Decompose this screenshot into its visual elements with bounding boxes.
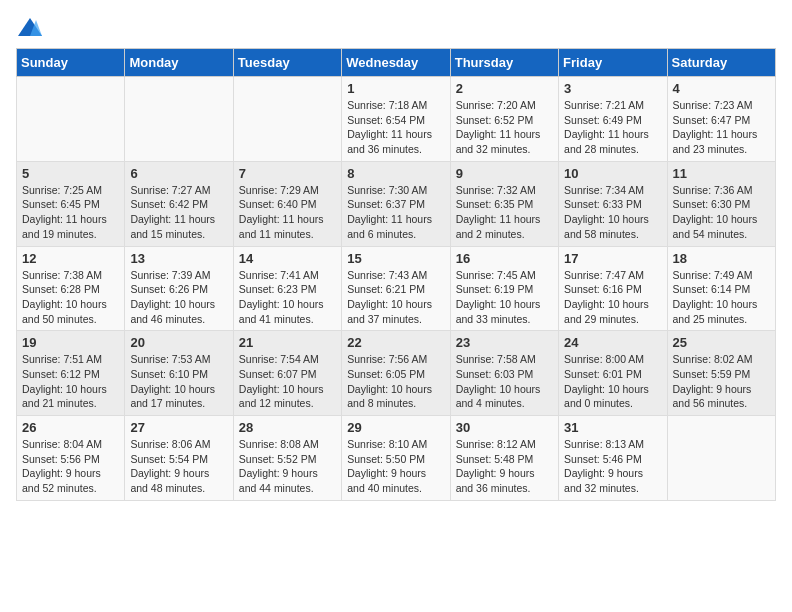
day-number: 23 [456, 335, 553, 350]
header-cell-sunday: Sunday [17, 49, 125, 77]
calendar-cell: 20Sunrise: 7:53 AM Sunset: 6:10 PM Dayli… [125, 331, 233, 416]
calendar-cell: 6Sunrise: 7:27 AM Sunset: 6:42 PM Daylig… [125, 161, 233, 246]
calendar-cell [125, 77, 233, 162]
day-info: Sunrise: 7:56 AM Sunset: 6:05 PM Dayligh… [347, 352, 444, 411]
day-number: 19 [22, 335, 119, 350]
calendar-table: SundayMondayTuesdayWednesdayThursdayFrid… [16, 48, 776, 501]
day-number: 26 [22, 420, 119, 435]
day-number: 11 [673, 166, 770, 181]
day-info: Sunrise: 7:38 AM Sunset: 6:28 PM Dayligh… [22, 268, 119, 327]
calendar-week-row: 12Sunrise: 7:38 AM Sunset: 6:28 PM Dayli… [17, 246, 776, 331]
day-info: Sunrise: 7:18 AM Sunset: 6:54 PM Dayligh… [347, 98, 444, 157]
day-info: Sunrise: 7:21 AM Sunset: 6:49 PM Dayligh… [564, 98, 661, 157]
calendar-cell: 23Sunrise: 7:58 AM Sunset: 6:03 PM Dayli… [450, 331, 558, 416]
calendar-cell: 28Sunrise: 8:08 AM Sunset: 5:52 PM Dayli… [233, 416, 341, 501]
day-number: 2 [456, 81, 553, 96]
calendar-cell: 31Sunrise: 8:13 AM Sunset: 5:46 PM Dayli… [559, 416, 667, 501]
calendar-cell: 13Sunrise: 7:39 AM Sunset: 6:26 PM Dayli… [125, 246, 233, 331]
day-number: 9 [456, 166, 553, 181]
calendar-body: 1Sunrise: 7:18 AM Sunset: 6:54 PM Daylig… [17, 77, 776, 501]
day-number: 30 [456, 420, 553, 435]
calendar-cell: 10Sunrise: 7:34 AM Sunset: 6:33 PM Dayli… [559, 161, 667, 246]
day-info: Sunrise: 7:58 AM Sunset: 6:03 PM Dayligh… [456, 352, 553, 411]
calendar-cell: 25Sunrise: 8:02 AM Sunset: 5:59 PM Dayli… [667, 331, 775, 416]
day-number: 17 [564, 251, 661, 266]
day-number: 22 [347, 335, 444, 350]
day-info: Sunrise: 8:12 AM Sunset: 5:48 PM Dayligh… [456, 437, 553, 496]
logo-icon [16, 16, 44, 40]
day-number: 10 [564, 166, 661, 181]
day-info: Sunrise: 8:10 AM Sunset: 5:50 PM Dayligh… [347, 437, 444, 496]
calendar-cell: 17Sunrise: 7:47 AM Sunset: 6:16 PM Dayli… [559, 246, 667, 331]
header-cell-tuesday: Tuesday [233, 49, 341, 77]
page-header [16, 16, 776, 40]
day-info: Sunrise: 7:53 AM Sunset: 6:10 PM Dayligh… [130, 352, 227, 411]
calendar-cell: 11Sunrise: 7:36 AM Sunset: 6:30 PM Dayli… [667, 161, 775, 246]
day-info: Sunrise: 7:45 AM Sunset: 6:19 PM Dayligh… [456, 268, 553, 327]
day-number: 8 [347, 166, 444, 181]
day-number: 5 [22, 166, 119, 181]
calendar-cell: 22Sunrise: 7:56 AM Sunset: 6:05 PM Dayli… [342, 331, 450, 416]
calendar-cell: 7Sunrise: 7:29 AM Sunset: 6:40 PM Daylig… [233, 161, 341, 246]
day-info: Sunrise: 8:06 AM Sunset: 5:54 PM Dayligh… [130, 437, 227, 496]
calendar-cell: 15Sunrise: 7:43 AM Sunset: 6:21 PM Dayli… [342, 246, 450, 331]
day-info: Sunrise: 7:32 AM Sunset: 6:35 PM Dayligh… [456, 183, 553, 242]
day-number: 27 [130, 420, 227, 435]
header-cell-wednesday: Wednesday [342, 49, 450, 77]
header-cell-friday: Friday [559, 49, 667, 77]
calendar-cell: 14Sunrise: 7:41 AM Sunset: 6:23 PM Dayli… [233, 246, 341, 331]
calendar-cell [233, 77, 341, 162]
calendar-cell: 24Sunrise: 8:00 AM Sunset: 6:01 PM Dayli… [559, 331, 667, 416]
day-info: Sunrise: 7:27 AM Sunset: 6:42 PM Dayligh… [130, 183, 227, 242]
day-info: Sunrise: 8:00 AM Sunset: 6:01 PM Dayligh… [564, 352, 661, 411]
header-cell-monday: Monday [125, 49, 233, 77]
calendar-cell: 27Sunrise: 8:06 AM Sunset: 5:54 PM Dayli… [125, 416, 233, 501]
day-info: Sunrise: 8:04 AM Sunset: 5:56 PM Dayligh… [22, 437, 119, 496]
day-info: Sunrise: 7:36 AM Sunset: 6:30 PM Dayligh… [673, 183, 770, 242]
day-info: Sunrise: 8:08 AM Sunset: 5:52 PM Dayligh… [239, 437, 336, 496]
calendar-cell: 1Sunrise: 7:18 AM Sunset: 6:54 PM Daylig… [342, 77, 450, 162]
calendar-cell: 21Sunrise: 7:54 AM Sunset: 6:07 PM Dayli… [233, 331, 341, 416]
day-number: 21 [239, 335, 336, 350]
day-number: 1 [347, 81, 444, 96]
day-number: 15 [347, 251, 444, 266]
calendar-cell: 4Sunrise: 7:23 AM Sunset: 6:47 PM Daylig… [667, 77, 775, 162]
calendar-cell: 9Sunrise: 7:32 AM Sunset: 6:35 PM Daylig… [450, 161, 558, 246]
day-info: Sunrise: 7:34 AM Sunset: 6:33 PM Dayligh… [564, 183, 661, 242]
calendar-cell: 12Sunrise: 7:38 AM Sunset: 6:28 PM Dayli… [17, 246, 125, 331]
calendar-header-row: SundayMondayTuesdayWednesdayThursdayFrid… [17, 49, 776, 77]
calendar-cell: 8Sunrise: 7:30 AM Sunset: 6:37 PM Daylig… [342, 161, 450, 246]
day-number: 29 [347, 420, 444, 435]
day-number: 4 [673, 81, 770, 96]
day-number: 18 [673, 251, 770, 266]
day-number: 16 [456, 251, 553, 266]
day-number: 12 [22, 251, 119, 266]
calendar-cell: 2Sunrise: 7:20 AM Sunset: 6:52 PM Daylig… [450, 77, 558, 162]
day-info: Sunrise: 7:41 AM Sunset: 6:23 PM Dayligh… [239, 268, 336, 327]
day-info: Sunrise: 7:20 AM Sunset: 6:52 PM Dayligh… [456, 98, 553, 157]
day-number: 25 [673, 335, 770, 350]
day-number: 13 [130, 251, 227, 266]
calendar-week-row: 1Sunrise: 7:18 AM Sunset: 6:54 PM Daylig… [17, 77, 776, 162]
day-info: Sunrise: 8:02 AM Sunset: 5:59 PM Dayligh… [673, 352, 770, 411]
calendar-cell [667, 416, 775, 501]
calendar-cell [17, 77, 125, 162]
calendar-cell: 18Sunrise: 7:49 AM Sunset: 6:14 PM Dayli… [667, 246, 775, 331]
header-cell-saturday: Saturday [667, 49, 775, 77]
day-info: Sunrise: 7:54 AM Sunset: 6:07 PM Dayligh… [239, 352, 336, 411]
calendar-cell: 30Sunrise: 8:12 AM Sunset: 5:48 PM Dayli… [450, 416, 558, 501]
day-info: Sunrise: 7:49 AM Sunset: 6:14 PM Dayligh… [673, 268, 770, 327]
calendar-cell: 16Sunrise: 7:45 AM Sunset: 6:19 PM Dayli… [450, 246, 558, 331]
day-info: Sunrise: 7:25 AM Sunset: 6:45 PM Dayligh… [22, 183, 119, 242]
day-number: 7 [239, 166, 336, 181]
day-info: Sunrise: 7:47 AM Sunset: 6:16 PM Dayligh… [564, 268, 661, 327]
day-number: 31 [564, 420, 661, 435]
header-cell-thursday: Thursday [450, 49, 558, 77]
day-info: Sunrise: 8:13 AM Sunset: 5:46 PM Dayligh… [564, 437, 661, 496]
calendar-cell: 19Sunrise: 7:51 AM Sunset: 6:12 PM Dayli… [17, 331, 125, 416]
day-info: Sunrise: 7:39 AM Sunset: 6:26 PM Dayligh… [130, 268, 227, 327]
day-number: 14 [239, 251, 336, 266]
calendar-week-row: 5Sunrise: 7:25 AM Sunset: 6:45 PM Daylig… [17, 161, 776, 246]
day-info: Sunrise: 7:30 AM Sunset: 6:37 PM Dayligh… [347, 183, 444, 242]
day-info: Sunrise: 7:43 AM Sunset: 6:21 PM Dayligh… [347, 268, 444, 327]
